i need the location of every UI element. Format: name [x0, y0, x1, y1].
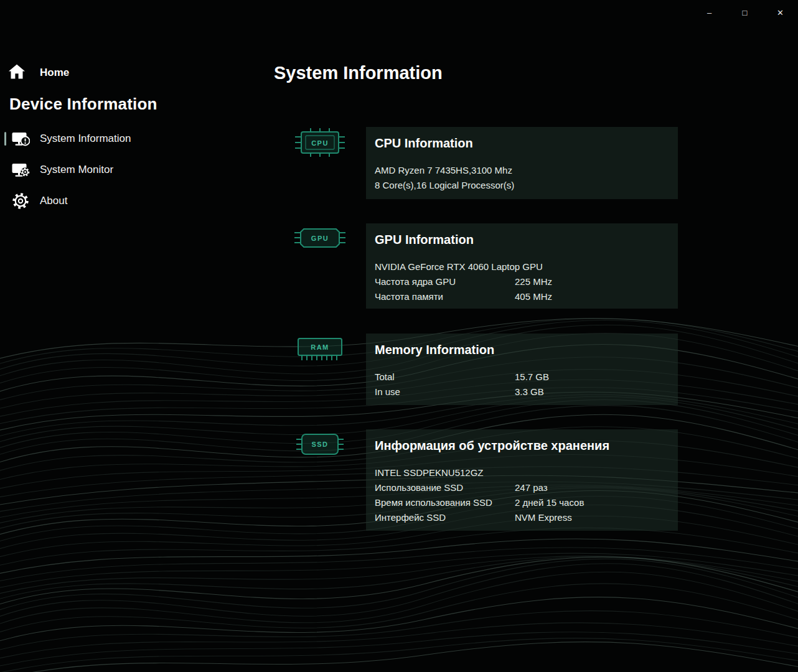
- titlebar[interactable]: – □ ✕: [0, 0, 798, 25]
- home-label: Home: [40, 67, 69, 79]
- card-body: INTEL SSDPEKNU512GZ Использование SSD 24…: [366, 454, 678, 525]
- row-label: Время использования SSD: [375, 495, 515, 510]
- info-row: 8 Core(s),16 Logical Processor(s): [375, 178, 669, 193]
- info-row: INTEL SSDPEKNU512GZ: [375, 465, 669, 480]
- home-icon: [7, 63, 26, 83]
- ssd-drive-icon: SSD: [290, 429, 350, 462]
- maximize-button[interactable]: □: [727, 0, 763, 25]
- row-value: 3.3 GB: [515, 385, 669, 399]
- row-value: NVM Express: [515, 510, 669, 525]
- sidebar-item-label: About: [40, 195, 67, 207]
- row-label: Использование SSD: [375, 480, 515, 495]
- row-label: AMD Ryzen 7 7435HS,3100 Mhz: [375, 163, 515, 178]
- row-label: 8 Core(s),16 Logical Processor(s): [375, 178, 515, 193]
- row-label: Total: [375, 370, 515, 385]
- card-body: NVIDIA GeForce RTX 4060 Laptop GPU Часто…: [366, 248, 678, 304]
- info-row: Время использования SSD 2 дней 15 часов: [375, 495, 669, 510]
- sidebar: Home Device Information System Informati…: [0, 25, 268, 672]
- memory-information-card: Memory Information Total 15.7 GB In use …: [366, 334, 678, 405]
- row-value: 2 дней 15 часов: [515, 495, 669, 510]
- sidebar-item-home[interactable]: Home: [7, 61, 69, 85]
- card-body: AMD Ryzen 7 7435HS,3100 Mhz 8 Core(s),16…: [366, 152, 678, 193]
- gpu-chip-icon-label: GPU: [311, 235, 329, 242]
- row-label: Частота ядра GPU: [375, 274, 515, 289]
- row-value: 247 раз: [515, 480, 669, 495]
- info-row: Интерфейс SSD NVM Express: [375, 510, 669, 525]
- sidebar-item-label: System Monitor: [40, 164, 113, 176]
- row-value: 15.7 GB: [515, 370, 669, 385]
- info-row: NVIDIA GeForce RTX 4060 Laptop GPU: [375, 259, 669, 274]
- sidebar-item-about[interactable]: About: [0, 185, 261, 217]
- sidebar-item-system-information[interactable]: System Information: [0, 123, 261, 154]
- sidebar-nav: System Information System Monitor: [0, 123, 261, 217]
- cpu-information-card: CPU Information AMD Ryzen 7 7435HS,3100 …: [366, 127, 678, 199]
- system-monitor-icon: [11, 162, 30, 179]
- row-value: [515, 259, 669, 274]
- card-title: GPU Information: [366, 223, 678, 248]
- gpu-information-card: GPU Information NVIDIA GeForce RTX 4060 …: [366, 223, 678, 309]
- row-value: [515, 465, 669, 480]
- close-button[interactable]: ✕: [763, 0, 798, 25]
- info-row: In use 3.3 GB: [375, 385, 669, 399]
- ssd-drive-icon-label: SSD: [311, 441, 328, 448]
- info-row: AMD Ryzen 7 7435HS,3100 Mhz: [375, 163, 669, 178]
- row-label: INTEL SSDPEKNU512GZ: [375, 465, 515, 480]
- sidebar-section-title: Device Information: [9, 95, 157, 114]
- cpu-chip-icon-label: CPU: [311, 139, 329, 147]
- about-gear-icon: [11, 192, 30, 210]
- row-value: [515, 163, 669, 178]
- row-label: In use: [375, 385, 515, 399]
- app-window: – □ ✕ Home Device Information: [0, 0, 798, 672]
- cpu-chip-icon: CPU: [290, 127, 350, 161]
- info-row: Частота ядра GPU 225 MHz: [375, 274, 669, 289]
- ram-module-icon: RAM: [290, 334, 350, 365]
- gpu-chip-icon: GPU: [290, 223, 350, 256]
- card-title: CPU Information: [366, 127, 678, 152]
- info-row: Total 15.7 GB: [375, 370, 669, 385]
- page-title: System Information: [274, 63, 443, 83]
- window-controls: – □ ✕: [692, 0, 798, 25]
- system-information-icon: [11, 131, 30, 147]
- row-label: Частота памяти: [375, 289, 515, 304]
- row-label: NVIDIA GeForce RTX 4060 Laptop GPU: [375, 259, 515, 274]
- card-body: Total 15.7 GB In use 3.3 GB: [366, 358, 678, 399]
- row-value: [515, 178, 669, 193]
- row-value: 405 MHz: [515, 289, 669, 304]
- storage-information-card: Информация об устройстве хранения INTEL …: [366, 429, 678, 531]
- info-row: Частота памяти 405 MHz: [375, 289, 669, 304]
- info-row: Использование SSD 247 раз: [375, 480, 669, 495]
- card-title: Информация об устройстве хранения: [366, 429, 678, 454]
- card-title: Memory Information: [366, 334, 678, 358]
- sidebar-item-label: System Information: [40, 133, 131, 145]
- minimize-button[interactable]: –: [692, 0, 727, 25]
- row-value: 225 MHz: [515, 274, 669, 289]
- row-label: Интерфейс SSD: [375, 510, 515, 525]
- sidebar-item-system-monitor[interactable]: System Monitor: [0, 154, 261, 185]
- ram-module-icon-label: RAM: [311, 343, 329, 351]
